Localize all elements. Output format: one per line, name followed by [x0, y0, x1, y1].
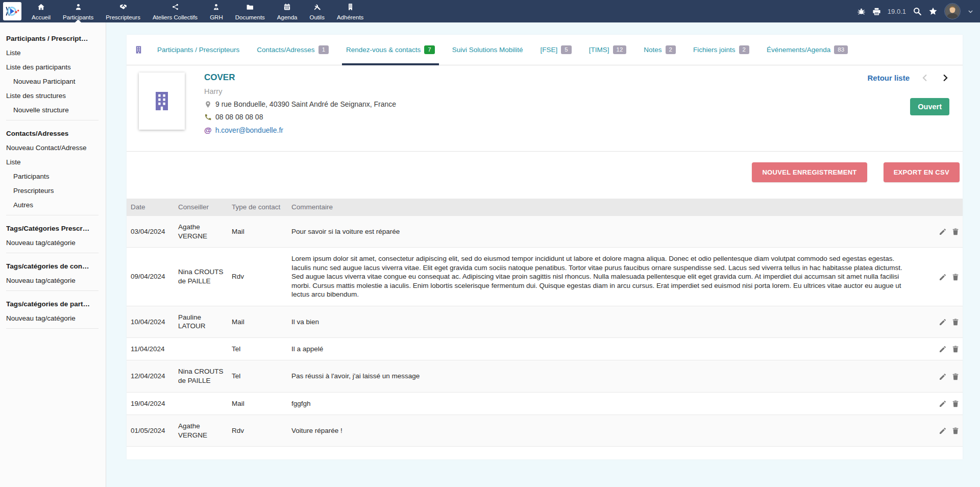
cell-date: 12/04/2024 — [127, 360, 174, 392]
tab-fichiers-joints[interactable]: Fichiers joints2 — [693, 35, 749, 65]
record-info: COVER Harry 9 rue Bonduelle, 40390 Saint… — [204, 71, 396, 151]
nav-item-participants[interactable]: Participants — [57, 0, 100, 22]
delete-row-trash-icon[interactable] — [951, 345, 960, 353]
tab-tims[interactable]: [TIMS]12 — [589, 35, 627, 65]
edit-row-pencil-icon[interactable] — [939, 228, 947, 236]
cell-actions — [930, 392, 963, 415]
tab-count-badge: 5 — [561, 45, 571, 55]
cell-type-de-contact: Tel — [228, 337, 287, 360]
sidebar-item-participants[interactable]: Participants — [6, 173, 99, 180]
cell-actions — [930, 360, 963, 392]
delete-row-trash-icon[interactable] — [951, 427, 960, 435]
nav-item-adherents[interactable]: Adhérents — [331, 0, 370, 22]
sidebar-item-nouveau-tag-categorie[interactable]: Nouveau tag/catégorie — [6, 239, 99, 247]
cell-actions — [930, 415, 963, 447]
top-navbar: AccueilParticipantsPrescripteursAteliers… — [0, 0, 980, 22]
edit-row-pencil-icon[interactable] — [939, 345, 947, 353]
sidebar-section-title: Tags/catégories de con… — [6, 262, 99, 270]
edit-row-pencil-icon[interactable] — [939, 427, 947, 435]
cell-commentaire: Pas réussi à l'avoir, j'ai laissé un mes… — [287, 360, 930, 392]
handshake-icon — [119, 3, 127, 11]
tab-rendez-vous-contacts[interactable]: Rendez-vous & contacts7 — [346, 35, 435, 65]
cell-date: 03/04/2024 — [127, 216, 174, 248]
sidebar-item-autres[interactable]: Autres — [6, 201, 99, 209]
content-card: Participants / PrescripteursContacts/Adr… — [127, 35, 963, 459]
nav-item-ateliers-collectifs[interactable]: Ateliers Collectifs — [146, 0, 204, 22]
edit-row-pencil-icon[interactable] — [939, 273, 947, 281]
print-icon[interactable] — [872, 7, 881, 16]
app-logo[interactable] — [3, 2, 21, 20]
tab-label: Contacts/Adresses — [257, 46, 314, 54]
record-nav: Retour liste — [867, 74, 949, 82]
cell-actions — [930, 337, 963, 360]
cell-conseiller: Nina CROUTS de PAILLE — [174, 360, 228, 392]
cell-commentaire: Voiture réparée ! — [287, 415, 930, 447]
record-email-link[interactable]: h.cover@bonduelle.fr — [215, 126, 283, 134]
sidebar-item-nouveau-tag-categorie[interactable]: Nouveau tag/catégorie — [6, 314, 99, 322]
nav-item-label: Prescripteurs — [106, 14, 140, 20]
sidebar-section-title: Contacts/Adresses — [6, 130, 99, 137]
column-header-date: Date — [127, 199, 174, 216]
back-to-list-link[interactable]: Retour liste — [867, 74, 910, 82]
delete-row-trash-icon[interactable] — [951, 228, 960, 236]
table-row: 09/04/2024Nina CROUTS de PAILLERdvLorem … — [127, 248, 963, 306]
next-record-icon[interactable] — [941, 74, 949, 82]
delete-row-trash-icon[interactable] — [951, 400, 960, 408]
sidebar-section: Contacts/AdressesNouveau Contact/Adresse… — [6, 120, 99, 215]
favorites-star-icon[interactable] — [928, 7, 938, 16]
cell-commentaire: Lorem ipsum dolor sit amet, consectetur … — [287, 248, 930, 306]
sidebar-item-liste[interactable]: Liste — [6, 49, 99, 57]
tab-count-badge: 2 — [739, 45, 749, 55]
nav-item-accueil[interactable]: Accueil — [26, 0, 57, 22]
contacts-table: Date Conseiller Type de contact Commenta… — [127, 199, 963, 447]
cell-conseiller — [174, 337, 228, 360]
export-csv-button[interactable]: EXPORT EN CSV — [884, 162, 960, 182]
tab-contacts-adresses[interactable]: Contacts/Adresses1 — [257, 35, 329, 65]
cell-date: 11/04/2024 — [127, 337, 174, 360]
bug-icon[interactable] — [857, 7, 866, 16]
sidebar: Participants / Prescript…ListeListe des … — [0, 22, 106, 487]
edit-row-pencil-icon[interactable] — [939, 318, 947, 326]
sidebar-section-title: Tags/catégories de part… — [6, 300, 99, 308]
tab-notes[interactable]: Notes2 — [644, 35, 676, 65]
nav-item-prescripteurs[interactable]: Prescripteurs — [100, 0, 146, 22]
at-icon: @ — [204, 126, 212, 134]
tab-participants-prescripteurs[interactable]: Participants / Prescripteurs — [157, 35, 239, 65]
cell-type-de-contact: Mail — [228, 392, 287, 415]
tools-icon — [313, 3, 321, 11]
status-badge-button[interactable]: Ouvert — [910, 98, 949, 115]
sidebar-item-nouveau-participant[interactable]: Nouveau Participant — [6, 78, 99, 85]
edit-row-pencil-icon[interactable] — [939, 373, 947, 381]
sidebar-item-prescripteurs[interactable]: Prescripteurs — [6, 187, 99, 194]
tab-suivi-solutions-mobilite[interactable]: Suivi Solutions Mobilité — [452, 35, 523, 65]
sidebar-item-liste[interactable]: Liste — [6, 158, 99, 166]
delete-row-trash-icon[interactable] — [951, 273, 960, 281]
tab-fse[interactable]: [FSE]5 — [541, 35, 572, 65]
nav-item-agenda[interactable]: Agenda — [271, 0, 304, 22]
sidebar-item-nouvelle-structure[interactable]: Nouvelle structure — [6, 106, 99, 114]
search-icon[interactable] — [913, 7, 922, 16]
cell-conseiller — [174, 392, 228, 415]
navbar-right: 19.0.1 — [857, 3, 980, 19]
sidebar-item-nouveau-contact-adresse[interactable]: Nouveau Contact/Adresse — [6, 144, 99, 152]
edit-row-pencil-icon[interactable] — [939, 400, 947, 408]
tab-label: Participants / Prescripteurs — [157, 46, 239, 54]
sidebar-item-liste-des-structures[interactable]: Liste des structures — [6, 92, 99, 100]
sidebar-item-nouveau-tag-categorie[interactable]: Nouveau tag/catégorie — [6, 277, 99, 284]
nav-item-documents[interactable]: Documents — [229, 0, 271, 22]
nav-item-grh[interactable]: GRH — [204, 0, 229, 22]
folder-icon — [246, 3, 254, 11]
previous-record-icon[interactable] — [921, 74, 929, 82]
chevron-down-icon[interactable] — [967, 8, 974, 15]
sidebar-section: Tags/Catégories Prescr…Nouveau tag/catég… — [6, 215, 99, 253]
delete-row-trash-icon[interactable] — [951, 318, 960, 326]
tab-label: Rendez-vous & contacts — [346, 46, 421, 54]
new-record-button[interactable]: NOUVEL ENREGISTREMENT — [752, 162, 867, 182]
cell-actions — [930, 216, 963, 248]
user-avatar[interactable] — [944, 3, 961, 19]
sidebar-item-liste-des-participants[interactable]: Liste des participants — [6, 63, 99, 71]
delete-row-trash-icon[interactable] — [951, 373, 960, 381]
nav-item-outils[interactable]: Outils — [304, 0, 331, 22]
sidebar-section-title: Tags/Catégories Prescr… — [6, 225, 99, 232]
tab-evenements-agenda[interactable]: Événements/Agenda83 — [767, 35, 848, 65]
